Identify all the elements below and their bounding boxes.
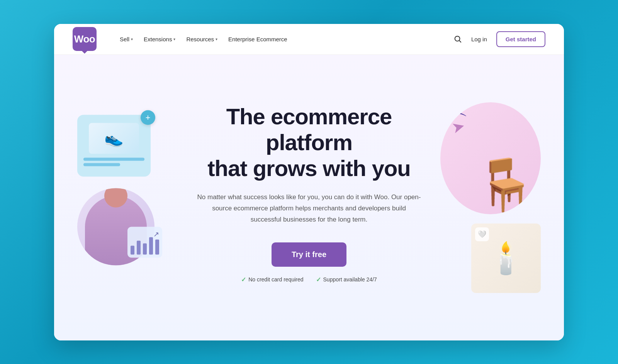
left-decorations: 👟 + ↗	[77, 115, 154, 265]
chevron-down-icon: ▾	[216, 37, 217, 41]
trust-item-support: ✓ Support available 24/7	[316, 276, 377, 283]
person-head	[104, 188, 127, 207]
check-icon-2: ✓	[316, 276, 321, 283]
logo-box: Woo	[73, 27, 97, 51]
check-icon-1: ✓	[241, 276, 246, 283]
hero-headline: The ecommerce platform that grows with y…	[182, 104, 436, 181]
search-icon[interactable]	[453, 35, 462, 43]
hero-section: 👟 + ↗	[54, 55, 564, 340]
headline-line-2: that grows with you	[207, 156, 411, 181]
chart-overlay: ↗	[127, 227, 162, 257]
login-button[interactable]: Log in	[470, 33, 489, 46]
mug-card: 🤍 🕯️	[471, 223, 541, 293]
chart-bar-2	[137, 241, 141, 254]
chevron-down-icon: ▾	[173, 37, 175, 41]
mug-illustration: 🕯️	[487, 240, 525, 276]
nav-label-sell: Sell	[120, 36, 129, 42]
arrow-icon: ↗	[153, 230, 159, 238]
trust-badges: ✓ No credit card required ✓ Support avai…	[182, 276, 436, 283]
nav-item-resources[interactable]: Resources ▾	[182, 33, 222, 46]
plus-icon: +	[141, 110, 155, 125]
heart-icon: 🤍	[475, 227, 489, 241]
headline-line-1: The ecommerce platform	[226, 104, 392, 155]
nav-item-extensions[interactable]: Extensions ▾	[139, 33, 180, 46]
trust-label-1: No credit card required	[248, 276, 303, 283]
nav-label-extensions: Extensions	[144, 36, 172, 42]
trust-label-2: Support available 24/7	[323, 276, 377, 283]
nav-label-enterprise: Enterprise Ecommerce	[228, 36, 287, 42]
right-decorations: ⌒ ➤ 🪑 🤍 🕯️	[440, 102, 541, 293]
browser-window: Woo Sell ▾ Extensions ▾ Resources ▾ Ente…	[54, 24, 564, 340]
logo-text: Woo	[74, 33, 95, 45]
product-card: 👟 +	[77, 115, 151, 176]
chair-illustration: 🪑	[474, 156, 537, 214]
nav-item-enterprise[interactable]: Enterprise Ecommerce	[224, 33, 292, 46]
card-line-short	[83, 163, 120, 166]
hero-content: The ecommerce platform that grows with y…	[182, 104, 436, 283]
get-started-button[interactable]: Get started	[496, 31, 545, 47]
nav-label-resources: Resources	[186, 36, 214, 42]
chart-bar-5	[155, 240, 159, 254]
person-card: ↗	[77, 188, 154, 265]
trust-item-credit-card: ✓ No credit card required	[241, 276, 303, 283]
navbar: Woo Sell ▾ Extensions ▾ Resources ▾ Ente…	[54, 24, 564, 55]
chair-card: ⌒ ➤ 🪑	[440, 102, 541, 214]
shoe-illustration: 👟	[89, 123, 139, 154]
card-lines	[83, 157, 144, 168]
chart-bar-3	[143, 243, 147, 254]
nav-item-sell[interactable]: Sell ▾	[115, 33, 138, 46]
try-free-button[interactable]: Try it free	[272, 242, 346, 267]
hero-subtext: No matter what success looks like for yo…	[197, 192, 421, 225]
nav-actions: Log in Get started	[453, 31, 545, 47]
card-line-full	[83, 157, 144, 161]
nav-links: Sell ▾ Extensions ▾ Resources ▾ Enterpri…	[115, 33, 441, 46]
logo[interactable]: Woo	[73, 27, 97, 51]
svg-line-1	[459, 41, 461, 42]
chart-bar-4	[149, 237, 153, 254]
chevron-down-icon: ▾	[131, 37, 133, 41]
chart-bar-1	[131, 246, 134, 254]
